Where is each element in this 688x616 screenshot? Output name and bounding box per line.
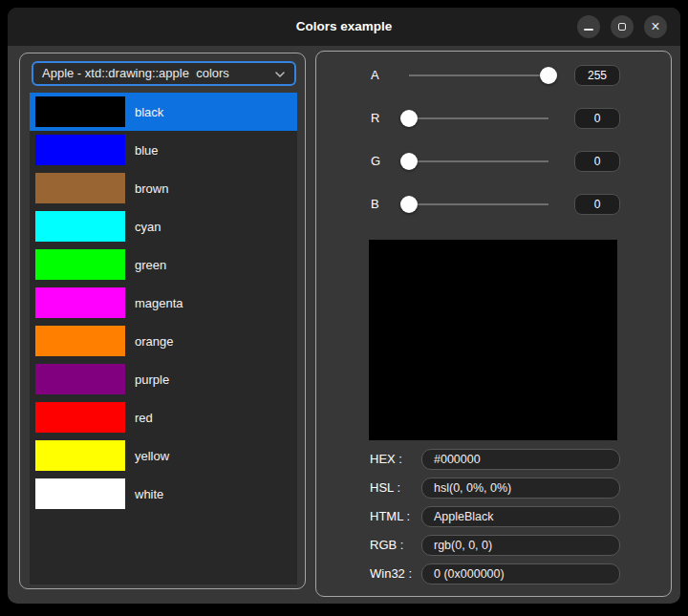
color-swatch (35, 326, 125, 356)
color-swatch (35, 211, 125, 242)
chevron-down-icon (273, 68, 287, 85)
slider-row-g: G 0 (316, 150, 671, 173)
slider-row-b: B 0 (316, 193, 671, 216)
color-name-label: white (135, 487, 163, 501)
slider-track[interactable] (409, 74, 548, 76)
field-label: RGB : (370, 538, 403, 552)
color-list-panel: Apple - xtd::drawing::apple colors black… (19, 53, 306, 589)
slider-track[interactable] (409, 203, 548, 205)
color-list-item-blue[interactable]: blue (30, 131, 297, 169)
slider-thumb[interactable] (400, 196, 418, 213)
field-row-hsl: HSL : hsl(0, 0%, 0%) (316, 477, 671, 499)
color-name-label: purple (135, 372, 169, 387)
color-list-item-black[interactable]: black (30, 93, 297, 131)
field-row-rgb: RGB : rgb(0, 0, 0) (316, 534, 671, 557)
color-list-item-white[interactable]: white (30, 475, 297, 513)
slider-thumb[interactable] (400, 110, 418, 127)
slider-channel-label: A (371, 68, 379, 82)
palette-dropdown-value: Apple - xtd::drawing::apple colors (42, 64, 229, 83)
color-list-item-red[interactable]: red (30, 398, 297, 436)
field-entry[interactable]: hsl(0, 0%, 0%) (421, 478, 620, 499)
slider-channel-label: R (371, 111, 379, 125)
window-controls: × (577, 15, 667, 38)
slider-thumb[interactable] (400, 153, 418, 170)
color-swatch (35, 173, 125, 203)
color-name-label: cyan (135, 220, 161, 234)
close-icon: × (651, 15, 659, 38)
slider-value-box[interactable]: 255 (574, 65, 620, 86)
color-swatch (35, 364, 125, 394)
color-list-item-green[interactable]: green (30, 245, 297, 284)
slider-thumb[interactable] (540, 67, 557, 84)
slider-track[interactable] (409, 117, 548, 119)
slider-track[interactable] (409, 160, 548, 162)
color-swatch (35, 402, 125, 433)
color-name-label: red (135, 411, 153, 425)
maximize-button[interactable] (611, 15, 634, 38)
field-entry[interactable]: 0 (0x000000) (421, 563, 620, 584)
color-preview (369, 240, 617, 440)
slider-row-a: A 255 (316, 64, 671, 87)
slider-channel-label: B (371, 197, 379, 211)
color-name-label: green (135, 258, 166, 272)
app-window: Colors example × Apple - xtd::drawing::a… (8, 8, 680, 604)
field-entry[interactable]: AppleBlack (421, 506, 620, 527)
field-label: HEX : (370, 452, 402, 466)
field-label: HTML : (370, 509, 410, 523)
field-entry[interactable]: rgb(0, 0, 0) (421, 535, 620, 556)
color-list-item-magenta[interactable]: magenta (30, 284, 297, 322)
color-list-item-orange[interactable]: orange (30, 322, 297, 360)
color-list-item-yellow[interactable]: yellow (30, 436, 297, 475)
field-row-html: HTML : AppleBlack (316, 505, 671, 528)
slider-value-box[interactable]: 0 (574, 194, 620, 215)
color-name-label: orange (135, 334, 173, 349)
color-swatch (35, 249, 125, 280)
color-name-label: magenta (135, 296, 183, 310)
minimize-button[interactable] (577, 15, 600, 38)
color-name-label: brown (135, 181, 168, 196)
color-name-label: blue (135, 143, 159, 158)
field-entry[interactable]: #000000 (421, 449, 620, 470)
color-list-item-cyan[interactable]: cyan (30, 207, 297, 245)
color-list-item-purple[interactable]: purple (30, 360, 297, 398)
color-swatch (35, 96, 125, 127)
color-swatch (35, 135, 125, 165)
slider-channel-label: G (371, 154, 380, 168)
color-detail-panel: A 255 R 0 G 0 B 0 HEX : #000000 HSL : hs… (315, 51, 672, 597)
palette-dropdown[interactable]: Apple - xtd::drawing::apple colors (32, 61, 296, 86)
maximize-icon (618, 23, 626, 31)
color-swatch (35, 440, 125, 471)
color-list[interactable]: black blue brown cyan green magenta oran… (30, 93, 297, 584)
field-label: Win32 : (370, 566, 412, 581)
color-list-item-brown[interactable]: brown (30, 169, 297, 207)
field-label: HSL : (370, 480, 400, 495)
color-swatch (35, 478, 125, 509)
close-button[interactable]: × (644, 15, 667, 38)
titlebar[interactable]: Colors example × (8, 8, 680, 46)
color-name-label: black (135, 105, 163, 119)
color-swatch (35, 287, 125, 318)
minimize-icon (584, 29, 593, 31)
field-row-win32: Win32 : 0 (0x000000) (316, 563, 671, 585)
slider-value-box[interactable]: 0 (574, 108, 620, 129)
slider-value-box[interactable]: 0 (574, 151, 620, 172)
slider-row-r: R 0 (316, 107, 671, 130)
color-name-label: yellow (135, 449, 169, 463)
field-row-hex: HEX : #000000 (316, 448, 671, 471)
